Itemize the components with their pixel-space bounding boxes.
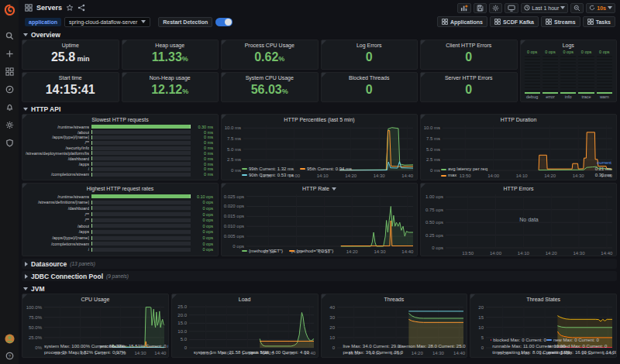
zoom-out-button[interactable] [570,3,584,13]
legend-item[interactable]: 90th Current: 0.53 ms [242,172,294,178]
panel-title[interactable]: HTTP Rate [222,184,417,192]
panel-title[interactable]: Server HTTP Errors [421,73,517,81]
panel-client-http-errors: Client HTTP Errors 0 [420,39,518,70]
row-header-jdbc-pool[interactable]: JDBC Connection Pool (9 panels) [22,271,617,281]
legend-item[interactable]: waiting Max: 16.00 Current: 14.00 [546,349,602,355]
jvm-row: CPU Usage 0%25.0%50.0%75.0%100.0%13:5014… [22,294,617,358]
threads-chart: 01020304013:5014:0014:1014:2014:3014:40 [322,303,467,343]
dashboards-icon[interactable] [4,66,15,77]
legend-item[interactable]: blocked Max: 0 Current: 0 [491,337,546,343]
legend-item[interactable]: max0.30 ms [441,172,611,178]
svg-text:14:10: 14:10 [518,251,530,256]
grafana-logo-icon[interactable] [2,3,16,17]
legend-item[interactable]: new Max: 0 Current: 0 [546,337,602,343]
alerting-bell-icon[interactable] [4,101,15,112]
panel-title[interactable]: Slowest HTTP requests [22,115,218,123]
panel-title[interactable]: Log Errors [322,40,418,49]
svg-text:No data: No data [519,217,539,222]
chart-legend[interactable]: system Max: 100.00% Current: 56.03%proce… [22,343,168,357]
panel-title[interactable]: HTTP Duration [421,115,616,123]
svg-text:10: 10 [329,335,335,340]
panel-title[interactable]: Start time [22,73,119,81]
chart-legend[interactable]: 99th Current: 1.32 ms95th Current: 0.94 … [222,166,417,180]
chart-legend[interactable]: blocked Max: 0 Current: 0new Max: 0 Curr… [470,337,616,357]
bar-gauge-row: /about0 ms [26,130,213,135]
panel-menu-caret-icon [332,187,336,191]
time-range-picker[interactable]: Last 1 hour [521,3,568,13]
row-header-http-api[interactable]: HTTP API [22,104,617,114]
legend-item[interactable]: {method="GET"} [242,248,283,254]
dashboard-settings-button[interactable] [489,3,502,13]
legend-item[interactable]: {method="POST"} [289,248,333,254]
row-header-datasource[interactable]: Datasource (13 panels) [22,259,617,269]
link-applications[interactable]: Applications [437,16,487,27]
search-icon[interactable] [4,30,15,41]
panel-title[interactable]: Logs [521,40,617,49]
legend-item[interactable]: 99th Current: 1.32 ms [242,166,294,172]
legend-item[interactable]: process Max: 15.51% Current: 0.62% [98,343,154,349]
restart-detection-button[interactable]: Restart Detection [158,17,212,27]
row-header-overview[interactable]: Overview [22,29,617,39]
chart-legend-table[interactable]: currentavg latency per req0.21 msmax0.30… [421,160,616,180]
chart-legend[interactable]: system-1m Max: 21.58 Current: 5.26cpus M… [172,349,318,357]
legend-item[interactable]: peak Max: 36.0 Current: 36.0 [342,349,398,355]
panel-title[interactable]: Process CPU Usage [222,40,318,49]
panel-title[interactable]: Blocked Threads [322,73,418,81]
save-dashboard-button[interactable] [474,3,487,13]
legend-item[interactable]: terminated Max: 0 Current: 0 [546,343,602,349]
configuration-gear-icon[interactable] [4,119,15,130]
star-icon[interactable] [66,4,74,12]
panel-title[interactable]: Thread States [470,294,616,303]
help-icon[interactable]: ? [4,350,15,361]
panel-title[interactable]: System CPU Usage [222,73,318,81]
panel-blocked-threads: Blocked Threads 0 [321,72,418,102]
legend-item[interactable]: cpus Max: 4.00 Current: 4.00 [247,349,303,355]
chevron-down-icon [608,6,612,9]
legend-item[interactable]: system Max: 100.00% Current: 56.03% [43,343,98,349]
log-gauge: 0 opswarn [597,50,612,100]
svg-text:20: 20 [479,305,484,310]
panel-title[interactable]: Client HTTP Errors [421,40,517,49]
create-plus-icon[interactable] [4,48,15,59]
panel-title[interactable]: Load [172,294,318,303]
legend-item[interactable]: avg latency per req0.21 ms [441,166,611,172]
variable-value-select[interactable]: spring-cloud-dataflow-server [64,17,150,27]
legend-item[interactable]: 95th Current: 0.94 ms [300,166,352,172]
chart-legend[interactable]: live Max: 34.0 Current: 29.0daemon Max: … [322,343,467,357]
tv-mode-button[interactable] [505,3,518,13]
panel-title[interactable]: CPU Usage [22,294,168,303]
panel-title[interactable]: Threads [322,294,467,303]
http-duration-chart: 0 ms2.5 ms5.0 ms7.5 ms10.0 ms13:5014:001… [421,123,616,160]
link-scdf-kafka[interactable]: SCDF Kafka [490,16,539,27]
row-header-jvm[interactable]: JVM [22,283,617,294]
panel-title[interactable]: Highest HTTP request rates [22,184,218,192]
chart-legend[interactable]: {method="GET"}{method="POST"} [222,248,417,256]
bar-gauge-row: /apps/{type}/{name}0 ops [26,235,213,240]
panel-title[interactable]: Uptime [22,40,119,49]
panel-title[interactable]: Heap usage [122,40,219,49]
panel-title[interactable]: Non-Heap usage [122,73,219,81]
svg-text:14:00: 14:00 [490,251,502,256]
link-streams[interactable]: Streams [541,16,580,27]
server-admin-shield-icon[interactable] [4,137,15,148]
legend-item[interactable]: daemon Max: 28.0 Current: 25.0 [397,343,453,349]
explore-compass-icon[interactable] [4,84,15,94]
legend-item[interactable]: runnable Max: 11.00 Current: 10.00 [491,343,546,349]
panel-title[interactable]: HTTP Percentiles (last 5 min) [222,115,417,123]
share-icon[interactable] [78,4,85,12]
legend-item[interactable]: system-1m Max: 21.58 Current: 5.26 [192,349,248,355]
restart-detection-toggle[interactable] [215,18,232,26]
add-panel-button[interactable] [457,3,471,13]
variable-label[interactable]: application [25,18,61,26]
svg-text:20: 20 [329,325,335,330]
legend-item[interactable]: live Max: 34.0 Current: 29.0 [342,343,398,349]
legend-item[interactable]: process-1h Max: 9.82% Current: 0.97% [43,349,98,355]
refresh-button[interactable]: 10s [586,3,615,13]
legend-item[interactable]: timed-waiting Max: 8.00 Current: 5.00 [491,349,546,355]
toggle-knob [225,19,232,26]
svg-text:10.0 ms: 10.0 ms [424,125,440,130]
refresh-interval-label: 10s [597,5,606,11]
user-avatar[interactable] [4,333,15,344]
link-tasks[interactable]: Tasks [583,16,615,27]
panel-title[interactable]: HTTP Errors [421,184,616,192]
